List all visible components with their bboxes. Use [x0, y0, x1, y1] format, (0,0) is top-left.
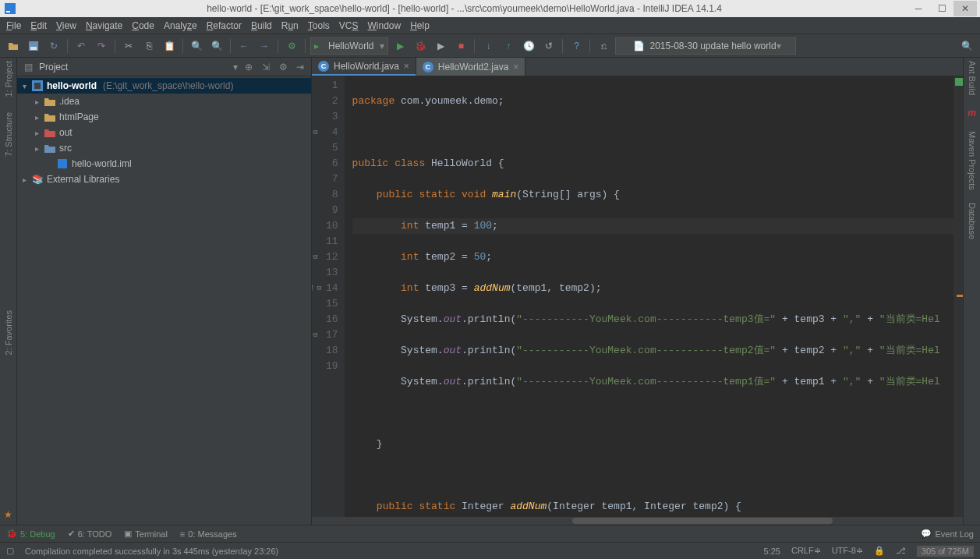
tree-idea[interactable]: ▸ .idea	[17, 94, 311, 109]
menu-file[interactable]: File	[6, 20, 21, 31]
tree-htmlpage[interactable]: ▸ htmlPage	[17, 109, 311, 125]
menu-help[interactable]: Help	[410, 20, 430, 31]
run-button[interactable]: ▶	[391, 37, 409, 55]
main-menu: File Edit View Navigate Code Analyze Ref…	[0, 17, 980, 34]
menu-navigate[interactable]: Navigate	[86, 20, 122, 31]
file-encoding[interactable]: UTF-8≑	[832, 546, 863, 556]
close-tab-icon[interactable]: ×	[404, 61, 409, 72]
sync-icon[interactable]: ↻	[45, 37, 62, 55]
minimize-button[interactable]: ─	[907, 1, 930, 16]
save-icon[interactable]	[25, 37, 42, 55]
vcs-commit-icon[interactable]: ↑	[500, 37, 517, 55]
folder-src-icon	[44, 142, 56, 154]
caret-position[interactable]: 5:25	[764, 547, 780, 556]
tab-label: HelloWorld2.java	[438, 62, 509, 73]
tab-helloworld2[interactable]: C HelloWorld2.java ×	[416, 58, 526, 76]
settings-icon[interactable]: ⚙	[277, 61, 289, 73]
stop-button[interactable]: ■	[452, 37, 469, 55]
menu-refactor[interactable]: Refactor	[207, 20, 242, 31]
vcs-update-icon[interactable]: ↓	[479, 37, 497, 55]
copy-icon[interactable]: ⎘	[140, 37, 157, 55]
coverage-button[interactable]: ▶	[432, 37, 449, 55]
status-toggle-icon[interactable]: ▢	[6, 546, 14, 556]
undo-icon[interactable]: ↶	[73, 37, 90, 55]
status-bar: ▢ Compilation completed successfully in …	[0, 542, 980, 559]
tree-external[interactable]: ▸ 📚 External Libraries	[17, 172, 311, 187]
tool-project[interactable]: 1: Project	[4, 61, 13, 97]
error-stripe[interactable]	[953, 76, 963, 517]
build-icon[interactable]: ⚙	[283, 37, 300, 55]
tool-messages[interactable]: ≡ 0: Messages	[180, 529, 237, 539]
libraries-icon: 📚	[31, 173, 44, 186]
folder-icon	[44, 95, 56, 108]
menu-view[interactable]: View	[56, 20, 76, 31]
tool-todo[interactable]: ✔ 6: TODO	[68, 529, 112, 539]
project-tree[interactable]: ▾ hello-world (E:\git_work_space\hello-w…	[17, 76, 311, 525]
menu-window[interactable]: Window	[367, 20, 401, 31]
code-editor[interactable]: 123 ⊟4 567 8910 11⊟1213 @ ⊟14 1516 ⊟17 1…	[312, 76, 963, 517]
project-view-icon[interactable]: ▤	[22, 61, 34, 73]
code-content[interactable]: package com.youmeek.demo; public class H…	[345, 76, 953, 517]
menu-code[interactable]: Code	[132, 20, 154, 31]
close-tab-icon[interactable]: ×	[513, 62, 518, 73]
close-button[interactable]: ✕	[953, 1, 977, 16]
memory-indicator[interactable]: 305 of 725M	[917, 546, 974, 557]
status-ok-icon	[955, 78, 963, 86]
tree-iml[interactable]: hello-world.iml	[17, 156, 311, 172]
vcs-log-icon[interactable]: ⎌	[595, 37, 612, 55]
paste-icon[interactable]: 📋	[161, 37, 178, 55]
tree-out[interactable]: ▸ out	[17, 125, 311, 140]
tool-database[interactable]: Database	[968, 203, 977, 239]
forward-icon[interactable]: →	[256, 37, 273, 55]
tool-eventlog[interactable]: 💬 Event Log	[921, 529, 974, 539]
help-icon[interactable]: ?	[568, 37, 585, 55]
run-config-selector[interactable]: ▸ HelloWorld ▾	[310, 37, 388, 55]
vcs-commit-message[interactable]: 📄 2015-08-30 update hello world ▾	[615, 37, 795, 55]
cut-icon[interactable]: ✂	[120, 37, 137, 55]
tab-helloworld[interactable]: C HelloWorld.java ×	[312, 58, 416, 76]
run-config-label: HelloWorld	[328, 41, 373, 51]
app-logo-icon	[3, 2, 17, 16]
tool-debug[interactable]: 🐞 5: Debug	[6, 529, 55, 539]
open-icon[interactable]	[5, 37, 22, 55]
svg-rect-6	[58, 159, 67, 168]
line-separator[interactable]: CRLF≑	[791, 546, 821, 556]
vcs-history-icon[interactable]: 🕓	[520, 37, 537, 55]
project-panel-title: Project	[39, 62, 228, 73]
back-icon[interactable]: ←	[235, 37, 253, 55]
iml-icon	[56, 157, 69, 170]
menu-tools[interactable]: Tools	[308, 20, 330, 31]
find-icon[interactable]: 🔍	[188, 37, 205, 55]
vcs-revert-icon[interactable]: ↺	[540, 37, 557, 55]
tool-terminal[interactable]: ▣ Terminal	[124, 529, 168, 539]
warning-mark[interactable]	[957, 295, 963, 297]
hide-icon[interactable]: ⇥	[294, 61, 306, 73]
java-class-icon: C	[318, 61, 329, 72]
window-title: hello-world - [E:\git_work_space\hello-w…	[22, 3, 907, 14]
svg-rect-3	[30, 47, 37, 50]
menu-build[interactable]: Build	[251, 20, 272, 31]
search-everywhere-icon[interactable]: 🔍	[958, 37, 975, 55]
maximize-button[interactable]: ☐	[930, 1, 953, 16]
tool-maven[interactable]: Maven Projects	[968, 131, 977, 190]
tool-ant[interactable]: Ant Build	[968, 61, 977, 95]
git-branch-icon[interactable]: ⎇	[896, 546, 906, 556]
locate-icon[interactable]: ⊕	[242, 61, 255, 73]
tool-favorites[interactable]: 2: Favorites	[4, 310, 13, 355]
collapse-icon[interactable]: ⇲	[260, 61, 272, 73]
menu-analyze[interactable]: Analyze	[164, 20, 197, 31]
readonly-lock-icon[interactable]: 🔒	[874, 546, 885, 556]
horizontal-scrollbar[interactable]	[312, 517, 963, 525]
menu-vcs[interactable]: VCS	[339, 20, 359, 31]
menu-edit[interactable]: Edit	[30, 20, 47, 31]
redo-icon[interactable]: ↷	[93, 37, 110, 55]
tree-src[interactable]: ▸ src	[17, 140, 311, 156]
debug-button[interactable]: 🐞	[412, 37, 429, 55]
tree-root[interactable]: ▾ hello-world (E:\git_work_space\hello-w…	[17, 78, 311, 94]
line-gutter[interactable]: 123 ⊟4 567 8910 11⊟1213 @ ⊟14 1516 ⊟17 1…	[312, 76, 345, 517]
maven-icon: m	[968, 108, 976, 119]
tool-structure[interactable]: 7: Structure	[4, 112, 13, 157]
replace-icon[interactable]: 🔍	[208, 37, 225, 55]
right-tool-strip: Ant Build m Maven Projects Database	[963, 58, 980, 525]
menu-run[interactable]: Run	[281, 20, 299, 31]
